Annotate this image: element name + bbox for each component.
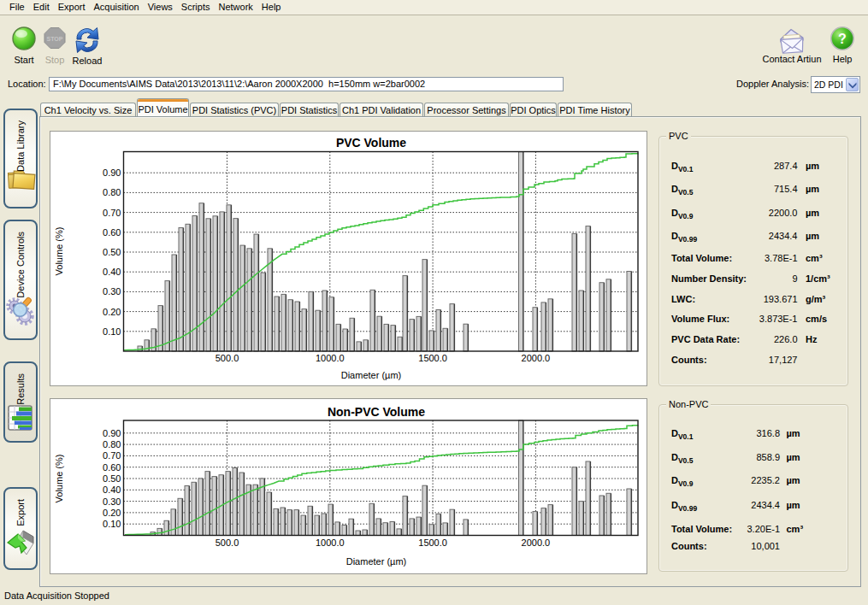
svg-text:500.0: 500.0 xyxy=(216,537,239,548)
svg-text:0.50: 0.50 xyxy=(103,473,121,484)
svg-text:0.10: 0.10 xyxy=(103,326,121,337)
svg-text:0.60: 0.60 xyxy=(103,227,121,238)
svg-text:0.70: 0.70 xyxy=(103,208,121,218)
svg-text:0.10: 0.10 xyxy=(103,519,121,529)
svg-text:0.30: 0.30 xyxy=(103,286,121,297)
svg-text:0.80: 0.80 xyxy=(103,187,121,197)
svg-text:0.60: 0.60 xyxy=(103,462,121,473)
svg-text:0.30: 0.30 xyxy=(103,496,121,507)
svg-text:Non-PVC Volume: Non-PVC Volume xyxy=(328,405,425,419)
svg-text:1000.0: 1000.0 xyxy=(316,537,345,548)
svg-text:0.90: 0.90 xyxy=(103,167,121,178)
svg-text:PVC Volume: PVC Volume xyxy=(336,136,406,150)
svg-text:Diameter (µm): Diameter (µm) xyxy=(346,556,407,567)
svg-text:Diameter (µm): Diameter (µm) xyxy=(341,370,402,380)
svg-text:0.20: 0.20 xyxy=(103,307,121,317)
svg-text:1500.0: 1500.0 xyxy=(418,537,447,548)
svg-text:?: ? xyxy=(838,32,847,46)
svg-text:0.90: 0.90 xyxy=(103,428,121,438)
svg-text:0.40: 0.40 xyxy=(103,267,121,277)
svg-text:2000.0: 2000.0 xyxy=(522,353,551,363)
svg-text:500.0: 500.0 xyxy=(216,353,239,363)
svg-text:0.70: 0.70 xyxy=(103,450,121,461)
svg-text:1500.0: 1500.0 xyxy=(418,353,447,363)
svg-text:0.50: 0.50 xyxy=(103,247,121,257)
svg-text:1000.0: 1000.0 xyxy=(316,353,345,363)
svg-text:2000.0: 2000.0 xyxy=(522,537,551,548)
svg-text:Volume (%): Volume (%) xyxy=(54,227,64,276)
svg-text:0.40: 0.40 xyxy=(103,485,121,495)
svg-text:Volume (%): Volume (%) xyxy=(54,455,64,503)
svg-text:0.20: 0.20 xyxy=(103,508,121,518)
svg-text:STOP: STOP xyxy=(47,36,63,42)
svg-text:0.80: 0.80 xyxy=(103,439,121,449)
